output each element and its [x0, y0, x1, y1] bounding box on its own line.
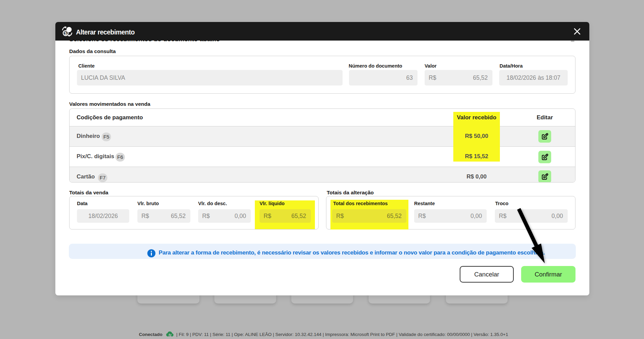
- svg-text:$: $: [64, 31, 67, 36]
